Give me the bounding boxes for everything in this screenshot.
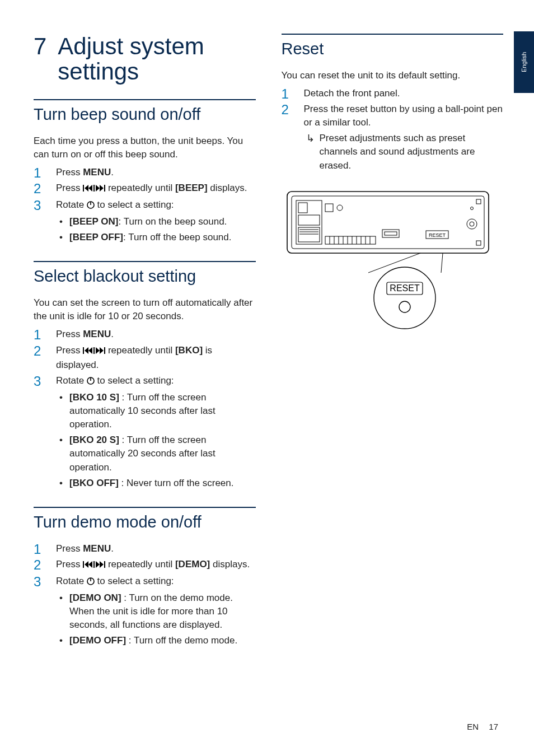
svg-marker-10 (85, 347, 88, 354)
beep-options: [BEEP ON]: Turn on the beep sound. [BEEP… (56, 215, 256, 244)
svg-point-53 (467, 219, 477, 229)
reset-callout-label: RESET (390, 283, 420, 293)
blackout-steps: Press MENU. Press repeatedly until [BKO]… (34, 328, 256, 489)
reset-intro: You can reset the unit to its default se… (282, 69, 504, 82)
footer-lang: EN (467, 722, 479, 731)
page-body: 7 Adjust system settings Turn beep sound… (0, 0, 534, 706)
demo-step-2: Press repeatedly until [DEMO] displays. (34, 558, 256, 572)
section-heading-beep: Turn beep sound on/off (34, 105, 256, 124)
rotary-knob-icon (87, 375, 95, 389)
demo-step-3: Rotate to select a setting: (34, 575, 256, 589)
demo-off: [DEMO OFF] : Turn off the demo mode. (56, 634, 256, 647)
reset-step-2: Press the reset button by using a ball-p… (282, 102, 504, 172)
section-heading-reset: Reset (282, 39, 504, 59)
blackout-intro: You can set the screen to turn off autom… (34, 296, 256, 323)
svg-rect-18 (83, 561, 84, 568)
chapter-number: 7 (34, 34, 46, 85)
svg-point-55 (470, 207, 473, 209)
beep-step-3: Rotate to select a setting: [BEEP ON]: T… (34, 198, 256, 244)
section-reset: Reset You can reset the unit to its defa… (282, 34, 504, 334)
svg-text:RESET: RESET (428, 232, 446, 238)
svg-rect-56 (476, 199, 481, 204)
chapter-heading: 7 Adjust system settings (34, 34, 256, 85)
demo-steps: Press MENU. Press repeatedly until [DEMO… (34, 542, 256, 589)
svg-rect-29 (296, 200, 322, 244)
svg-rect-0 (83, 185, 84, 192)
reset-step-1: Detach the front panel. (282, 87, 504, 100)
section-heading-blackout: Select blackout setting (34, 267, 256, 286)
beep-step-2: Press repeatedly until [BEEP] displays. (34, 181, 256, 196)
blackout-step-1: Press MENU. (34, 328, 256, 341)
beep-intro: Each time you press a button, the unit b… (34, 134, 256, 161)
chapter-title: Adjust system settings (58, 34, 237, 85)
svg-rect-31 (298, 215, 320, 225)
svg-marker-22 (96, 561, 100, 568)
svg-marker-11 (88, 347, 92, 354)
beep-steps: Press MENU. Press repeatedly until [BEEP… (34, 166, 256, 245)
bko-20: [BKO 20 S] : Turn off the screen automat… (56, 433, 256, 474)
page-footer: EN 17 (467, 722, 498, 731)
bko-10: [BKO 10 S] : Turn off the screen automat… (56, 391, 256, 431)
bko-off: [BKO OFF] : Never turn off the screen. (56, 477, 256, 490)
beep-step-1: Press MENU. (34, 166, 256, 179)
svg-rect-8 (90, 202, 91, 205)
svg-marker-5 (100, 185, 104, 192)
svg-rect-36 (325, 236, 376, 244)
language-tab-label: English (521, 52, 527, 72)
svg-rect-47 (325, 204, 333, 212)
svg-rect-12 (93, 347, 95, 354)
beep-opt-on: [BEEP ON]: Turn on the beep sound. (56, 215, 256, 228)
rotary-knob-icon (87, 199, 95, 213)
demo-on: [DEMO ON] : Turn on the demo mode. When … (56, 591, 256, 632)
reset-steps: Detach the front panel. Press the reset … (282, 87, 504, 172)
blackout-step-3: Rotate to select a setting: [BKO 10 S] :… (34, 374, 256, 490)
svg-line-59 (441, 253, 443, 273)
skip-prev-next-icon (83, 559, 105, 572)
svg-rect-50 (385, 232, 397, 235)
language-tab: English (514, 31, 534, 93)
svg-point-54 (470, 222, 474, 226)
svg-rect-30 (298, 203, 307, 213)
footer-page: 17 (489, 722, 498, 731)
skip-prev-next-icon (83, 345, 105, 358)
svg-rect-21 (93, 561, 95, 568)
svg-rect-26 (90, 578, 91, 581)
svg-marker-1 (85, 185, 88, 192)
demo-options: [DEMO ON] : Turn on the demo mode. When … (34, 591, 256, 648)
blackout-options: [BKO 10 S] : Turn off the screen automat… (56, 391, 256, 490)
reset-result: Preset adjustments such as preset channe… (304, 132, 504, 172)
section-heading-demo: Turn demo mode on/off (34, 512, 256, 532)
section-rule (34, 261, 256, 262)
svg-marker-4 (96, 185, 100, 192)
skip-prev-next-icon (83, 183, 105, 196)
svg-marker-13 (96, 347, 100, 354)
section-rule (34, 507, 256, 508)
svg-rect-28 (292, 196, 484, 249)
svg-marker-20 (88, 561, 92, 568)
svg-rect-9 (83, 347, 84, 354)
svg-point-48 (337, 205, 343, 211)
svg-marker-19 (85, 561, 88, 568)
svg-marker-14 (100, 347, 104, 354)
section-rule (34, 99, 256, 100)
rotary-knob-icon (87, 576, 95, 589)
beep-opt-off: [BEEP OFF]: Turn off the beep sound. (56, 231, 256, 244)
svg-marker-23 (100, 561, 104, 568)
section-blackout: Select blackout setting You can set the … (34, 261, 256, 489)
section-rule (282, 34, 504, 35)
blackout-step-2: Press repeatedly until [BKO] is displaye… (34, 344, 256, 372)
svg-marker-2 (88, 185, 92, 192)
svg-point-60 (374, 267, 435, 329)
demo-step-1: Press MENU. (34, 542, 256, 556)
section-beep: Turn beep sound on/off Each time you pre… (34, 99, 256, 245)
reset-diagram: RESET RESET (282, 186, 504, 334)
section-demo: Turn demo mode on/off Press MENU. Press … (34, 507, 256, 589)
svg-rect-17 (90, 377, 91, 381)
svg-rect-3 (93, 185, 95, 192)
svg-rect-57 (476, 241, 481, 245)
